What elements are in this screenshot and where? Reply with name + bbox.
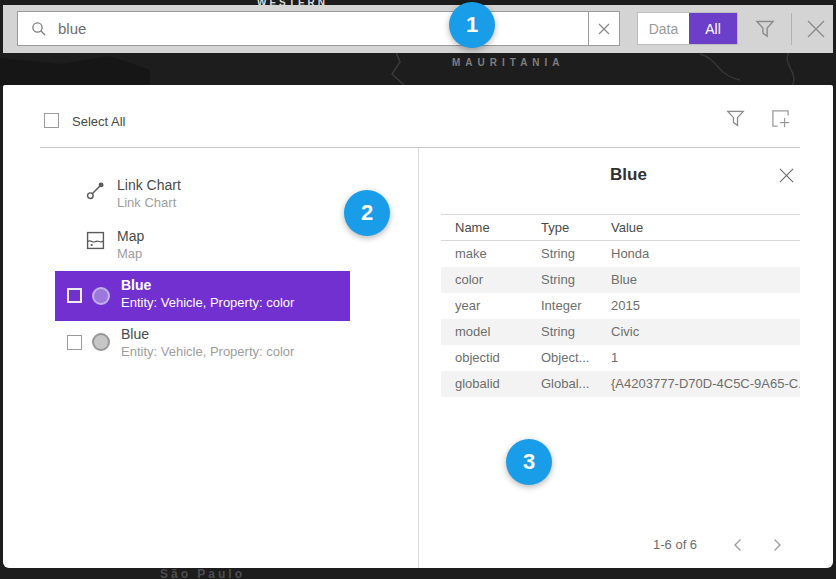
link-chart-icon <box>86 180 106 204</box>
cell-value: 1 <box>597 345 800 371</box>
header-divider <box>40 147 800 148</box>
clear-search-button[interactable] <box>588 12 619 45</box>
cell-value: Civic <box>597 319 800 345</box>
next-page-button[interactable] <box>766 534 788 556</box>
cell-name: year <box>441 293 527 319</box>
funnel-icon <box>755 19 775 39</box>
scope-toggle: Data All <box>637 12 738 45</box>
result-subtitle: Entity: Vehicle, Property: color <box>121 344 350 359</box>
table-row: objectid Object... 1 <box>441 345 800 371</box>
result-title: Blue <box>121 277 350 293</box>
cell-name: model <box>441 319 527 345</box>
cell-value: Honda <box>597 241 800 267</box>
cell-name: objectid <box>441 345 527 371</box>
cell-name: color <box>441 267 527 293</box>
table-header-row: Name Type Value <box>441 215 800 241</box>
x-close-icon <box>805 18 827 40</box>
toolbar-divider <box>791 13 792 45</box>
cell-type: String <box>527 267 597 293</box>
map-borders <box>0 50 836 86</box>
details-close-button[interactable] <box>773 163 799 187</box>
x-close-icon <box>778 167 795 184</box>
column-header-name: Name <box>441 215 527 241</box>
previous-page-button[interactable] <box>726 534 748 556</box>
x-clear-icon <box>598 23 610 35</box>
knowledge-search-dialog: WESTERN MAURITANIA São Paulo blue Data A… <box>0 0 836 579</box>
result-item-blue-selected[interactable]: Blue Entity: Vehicle, Property: color <box>55 271 350 321</box>
result-item-map[interactable]: Map Map <box>86 228 386 268</box>
cell-type: String <box>527 241 597 267</box>
pagination-label: 1-6 of 6 <box>653 537 697 552</box>
search-icon <box>31 21 47 41</box>
result-subtitle: Map <box>117 246 386 261</box>
add-to-selection-icon <box>770 108 791 129</box>
result-checkbox[interactable] <box>67 335 82 350</box>
annotation-step-3: 3 <box>506 439 552 485</box>
cell-type: Integer <box>527 293 597 319</box>
cell-type: Object... <box>527 345 597 371</box>
result-item-blue[interactable]: Blue Entity: Vehicle, Property: color <box>55 325 350 371</box>
search-query-text: blue <box>58 12 86 45</box>
search-filter-button[interactable] <box>752 16 778 42</box>
table-row: color String Blue <box>441 267 800 293</box>
cell-type: Global... <box>527 371 597 397</box>
chevron-right-icon <box>773 538 782 552</box>
result-checkbox[interactable] <box>67 288 82 303</box>
result-title: Map <box>117 228 386 244</box>
result-subtitle: Entity: Vehicle, Property: color <box>121 295 350 310</box>
cell-type: String <box>527 319 597 345</box>
result-title: Blue <box>121 326 350 342</box>
map-label-mauritania: MAURITANIA <box>452 57 565 68</box>
annotation-step-2: 2 <box>344 190 390 236</box>
cell-value: {A4203777-D70D-4C5C-9A65-C... <box>597 371 800 397</box>
entity-dot-icon <box>92 333 110 351</box>
result-item-link-chart[interactable]: Link Chart Link Chart <box>86 177 386 217</box>
funnel-icon <box>726 109 745 128</box>
search-input[interactable]: blue <box>17 11 620 46</box>
search-results-panel: Select All Link Chart Link Chart <box>3 85 833 568</box>
toggle-option-all[interactable]: All <box>689 13 737 44</box>
column-header-value: Value <box>597 215 800 241</box>
table-row: year Integer 2015 <box>441 293 800 319</box>
cell-value: 2015 <box>597 293 800 319</box>
select-all-label: Select All <box>72 114 125 129</box>
table-row: make String Honda <box>441 241 800 267</box>
chevron-left-icon <box>733 538 742 552</box>
list-detail-divider <box>418 148 419 568</box>
map-icon <box>86 231 105 254</box>
map-label-sao-paulo: São Paulo <box>160 567 245 579</box>
toggle-option-data[interactable]: Data <box>638 13 689 44</box>
close-search-button[interactable] <box>801 15 831 43</box>
annotation-step-1: 1 <box>449 2 495 48</box>
add-to-selection-button[interactable] <box>770 108 791 133</box>
cell-name: globalid <box>441 371 527 397</box>
result-title: Link Chart <box>117 177 386 193</box>
column-header-type: Type <box>527 215 597 241</box>
table-row: globalid Global... {A4203777-D70D-4C5C-9… <box>441 371 800 397</box>
select-all-checkbox[interactable] <box>44 113 59 128</box>
search-toolbar: blue Data All <box>3 5 833 53</box>
cell-value: Blue <box>597 267 800 293</box>
entity-dot-icon <box>92 287 110 305</box>
results-filter-button[interactable] <box>726 109 745 132</box>
cell-name: make <box>441 241 527 267</box>
table-row: model String Civic <box>441 319 800 345</box>
attribute-table: Name Type Value make String Honda color … <box>441 214 800 397</box>
